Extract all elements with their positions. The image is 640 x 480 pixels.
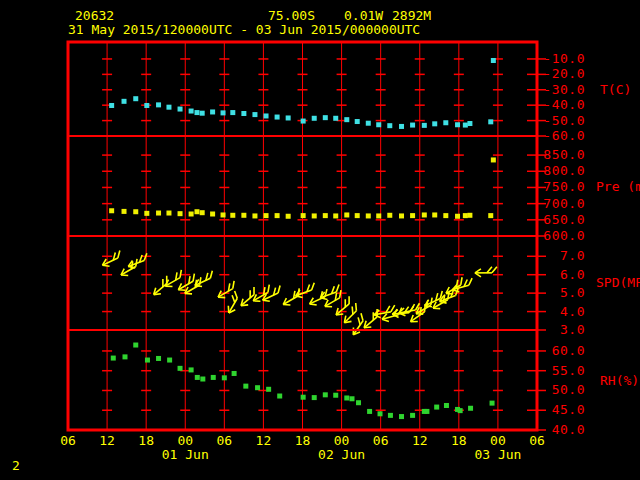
temperature-panel: -10.0-20.0-30.0-40.0-50.0-60.0T(C) — [102, 51, 631, 143]
pressure-point — [301, 213, 306, 218]
y-tick-label: 60.0 — [552, 343, 585, 358]
relative-humidity-point — [410, 413, 415, 418]
wind-barb — [118, 259, 142, 279]
y-tick-label: -50.0 — [543, 113, 585, 128]
relative-humidity-point — [424, 409, 429, 414]
pressure-point — [230, 213, 235, 218]
temperature-point — [410, 123, 415, 128]
relative-humidity-point — [167, 358, 172, 363]
temperature-point — [491, 58, 496, 63]
wind-barb — [100, 250, 124, 268]
pressure-point — [399, 213, 404, 218]
relative-humidity-point — [122, 354, 127, 359]
y-tick-label: 4.0 — [560, 304, 585, 319]
x-hour-label: 18 — [138, 433, 154, 448]
temperature-point — [230, 110, 235, 115]
y-tick-label: 850.0 — [543, 147, 585, 162]
x-date-label: 03 Jun — [474, 447, 521, 462]
temperature-point — [376, 122, 381, 127]
x-date-label: 01 Jun — [162, 447, 209, 462]
axis-unit-label: T(C) — [600, 82, 631, 97]
pressure-point — [109, 208, 114, 213]
y-tick-label: 800.0 — [543, 163, 585, 178]
relative-humidity-point — [444, 403, 449, 408]
y-tick-label: 7.0 — [560, 248, 585, 263]
temperature-point — [323, 115, 328, 120]
relative-humidity-point — [178, 366, 183, 371]
x-hour-label: 00 — [490, 433, 506, 448]
pressure-point — [144, 211, 149, 216]
pressure-point — [166, 211, 171, 216]
relative-humidity-point — [468, 406, 473, 411]
relative-humidity-point — [350, 396, 355, 401]
temperature-point — [301, 119, 306, 124]
temperature-point — [194, 110, 199, 115]
pressure-point — [189, 211, 194, 216]
pressure-point — [122, 209, 127, 214]
relative-humidity-point — [255, 385, 260, 390]
temperature-point — [387, 123, 392, 128]
page-number: 2 — [12, 459, 20, 472]
y-tick-label: -40.0 — [543, 97, 585, 112]
temperature-point — [463, 123, 468, 128]
relative-humidity-point — [301, 395, 306, 400]
temperature-point — [443, 120, 448, 125]
relative-humidity-point — [111, 356, 116, 361]
relative-humidity-point — [195, 375, 200, 380]
y-tick-label: -60.0 — [543, 128, 585, 143]
x-date-label: 02 Jun — [318, 447, 365, 462]
meteogram-screen: 20632 75.00S 0.01W 2892M 31 May 2015/120… — [0, 0, 640, 480]
wind-barb-feathers — [487, 267, 497, 273]
temperature-point — [422, 123, 427, 128]
temperature-point — [189, 109, 194, 114]
pressure-point — [200, 210, 205, 215]
pressure-point — [178, 211, 183, 216]
y-tick-label: 750.0 — [543, 179, 585, 194]
x-hour-label: 06 — [529, 433, 545, 448]
pressure-point — [344, 212, 349, 217]
y-tick-label: 3.0 — [560, 322, 585, 337]
temperature-point — [455, 122, 460, 127]
y-tick-label: 700.0 — [543, 196, 585, 211]
temperature-point — [399, 124, 404, 129]
x-hour-label: 12 — [99, 433, 115, 448]
relative-humidity-point — [458, 408, 463, 413]
temperature-point — [156, 102, 161, 107]
pressure-point — [387, 213, 392, 218]
relative-humidity-point — [156, 356, 161, 361]
relative-humidity-point — [232, 371, 237, 376]
temperature-point — [241, 111, 246, 116]
relative-humidity-point — [333, 393, 338, 398]
temperature-point — [333, 116, 338, 121]
x-hour-label: 00 — [334, 433, 350, 448]
axis-unit-label: SPD(MPS) — [596, 275, 640, 290]
y-tick-label: 50.0 — [552, 382, 585, 397]
y-tick-label: 45.0 — [552, 402, 585, 417]
pressure-point — [333, 213, 338, 218]
temperature-point — [355, 119, 360, 124]
x-hour-label: 18 — [295, 433, 311, 448]
relative-humidity-point — [277, 394, 282, 399]
pressure-point — [488, 213, 493, 218]
temperature-point — [252, 112, 257, 117]
y-tick-label: -20.0 — [543, 66, 585, 81]
temperature-point — [312, 116, 317, 121]
x-hour-label: 06 — [373, 433, 389, 448]
relative-humidity-point — [388, 413, 393, 418]
y-tick-label: -30.0 — [543, 82, 585, 97]
temperature-point — [366, 121, 371, 126]
temperature-point — [286, 115, 291, 120]
relative-humidity-point — [344, 395, 349, 400]
pressure-point — [376, 213, 381, 218]
wind-barb — [215, 281, 239, 301]
relative-humidity-point — [323, 392, 328, 397]
temperature-point — [432, 121, 437, 126]
pressure-point — [443, 213, 448, 218]
relative-humidity-point — [133, 343, 138, 348]
x-hour-label: 12 — [256, 433, 272, 448]
x-hour-label: 06 — [60, 433, 76, 448]
temperature-point — [264, 113, 269, 118]
relative-humidity-panel: 60.055.050.045.040.0RH(%) — [102, 343, 639, 437]
relative-humidity-point — [200, 377, 205, 382]
wind-barb — [451, 278, 475, 293]
